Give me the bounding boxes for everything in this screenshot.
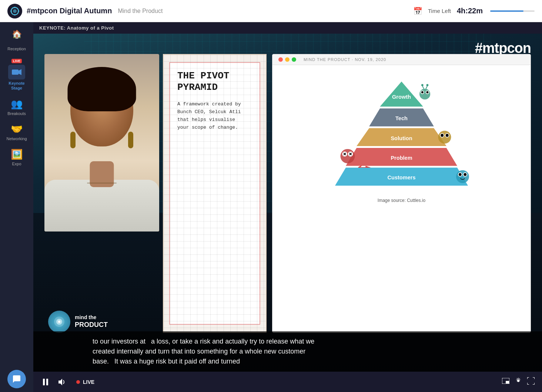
keynote-icon-wrap: LIVE — [8, 59, 25, 80]
svg-point-37 — [341, 149, 355, 163]
reception-label: Reception — [7, 47, 26, 51]
pause-button[interactable] — [41, 377, 51, 387]
traffic-lights — [278, 57, 296, 62]
time-left-label: Time Left — [428, 8, 451, 14]
app-logo — [7, 4, 22, 18]
svg-point-3 — [14, 14, 16, 16]
top-header: #mtpcon Digital Autumn Mind the Product … — [0, 0, 542, 22]
live-dot — [76, 380, 80, 384]
sidebar: 🏠 Reception LIVE KeynoteStage 👥 Breakout… — [0, 22, 33, 392]
brand-name: #mtpcon — [475, 41, 531, 55]
svg-point-15 — [421, 91, 424, 94]
main-layout: 🏠 Reception LIVE KeynoteStage 👥 Breakout… — [0, 22, 542, 392]
pyramid-svg: Growth — [280, 74, 523, 196]
volume-button[interactable] — [57, 377, 67, 387]
svg-point-18 — [421, 84, 424, 86]
svg-point-6 — [12, 8, 13, 9]
speaker-video — [44, 54, 159, 232]
svg-text:Problem: Problem — [391, 155, 412, 161]
sidebar-item-expo[interactable]: 🖼️ Expo — [0, 145, 33, 170]
svg-point-20 — [426, 84, 428, 86]
expo-icon: 🖼️ — [11, 149, 23, 160]
content-area: KEYNOTE: Anatomy of a Pivot #mtpcon DIGI… — [33, 22, 542, 392]
svg-text:Solution: Solution — [391, 135, 412, 141]
networking-icon: 🤝 — [11, 124, 23, 135]
breakouts-icon: 👥 — [11, 98, 23, 110]
svg-point-12 — [419, 89, 430, 99]
fullscreen-button[interactable] — [527, 377, 535, 386]
keynote-title-bar: KEYNOTE: Anatomy of a Pivot — [33, 22, 542, 34]
home-icon: 🏠 — [12, 30, 22, 39]
earring-right — [128, 132, 133, 148]
svg-point-5 — [18, 10, 19, 12]
time-left-value: 4h:22m — [457, 7, 483, 15]
mtp-logo-circle — [48, 311, 70, 333]
svg-line-19 — [426, 86, 428, 89]
svg-rect-54 — [43, 379, 45, 385]
sidebar-item-keynote[interactable]: LIVE KeynoteStage — [0, 55, 33, 94]
image-source: Image source: Cuttles.io — [378, 198, 425, 203]
chat-button[interactable] — [7, 370, 26, 388]
sidebar-item-networking[interactable]: 🤝 Networking — [0, 120, 33, 145]
earring-left — [70, 132, 76, 148]
svg-rect-58 — [506, 381, 509, 383]
maximize-dot — [292, 57, 296, 62]
keynote-label-text: KeynoteStage — [9, 81, 24, 91]
settings-button[interactable] — [515, 377, 522, 386]
networking-label: Networking — [6, 136, 27, 141]
sidebar-item-breakouts[interactable]: 👥 Breakouts — [0, 95, 33, 120]
necklace — [87, 183, 117, 183]
svg-point-49 — [459, 173, 462, 176]
shirt — [44, 180, 159, 232]
svg-text:Customers: Customers — [388, 175, 416, 180]
live-indicator: LIVE — [76, 379, 94, 385]
svg-point-25 — [438, 131, 451, 143]
svg-point-2 — [14, 7, 16, 8]
slide-header: MIND THE PRODUCT · NOV. 19, 2020 — [272, 54, 531, 65]
mtp-logo: mind the PRODUCT — [48, 311, 108, 333]
app-title: #mtpcon Digital Autumn — [27, 7, 112, 15]
live-text: LIVE — [83, 379, 94, 385]
sidebar-bottom — [7, 370, 26, 392]
pivot-pyramid-slide: THE PIVOTPYRAMID A framework created byB… — [163, 54, 267, 333]
close-dot — [278, 57, 283, 62]
expo-label: Expo — [12, 162, 21, 166]
pip-button[interactable] — [502, 378, 509, 386]
mtp-logo-text: mind the PRODUCT — [75, 314, 108, 330]
pyramid-diagram-slide: MIND THE PRODUCT · NOV. 19, 2020 Growth — [272, 54, 531, 333]
keynote-camera-icon — [8, 65, 25, 80]
video-controls: LIVE — [33, 372, 542, 392]
slide-container: THE PIVOTPYRAMID A framework created byB… — [163, 54, 531, 333]
pyramid-area: Growth — [272, 65, 531, 328]
svg-text:Growth: Growth — [392, 94, 411, 100]
header-right: 📅 Time Left 4h:22m — [412, 5, 535, 17]
subtitle-text: to our investors at a loss, or take a ri… — [93, 337, 468, 366]
svg-point-53 — [58, 321, 60, 323]
svg-rect-55 — [46, 379, 48, 385]
controls-right — [502, 377, 535, 386]
svg-marker-9 — [19, 69, 21, 75]
sidebar-item-reception[interactable]: Reception — [0, 43, 33, 55]
org-name: Mind the Product — [118, 8, 163, 14]
svg-point-50 — [464, 173, 466, 176]
svg-point-4 — [10, 10, 12, 12]
svg-text:Tech: Tech — [395, 115, 408, 121]
keynote-title: KEYNOTE: Anatomy of a Pivot — [39, 25, 114, 31]
slide-title: THE PIVOTPYRAMID — [177, 70, 252, 93]
svg-point-46 — [456, 170, 469, 183]
subtitles-bar: to our investors at a loss, or take a ri… — [33, 331, 542, 372]
time-progress-bar — [490, 10, 535, 12]
time-progress-fill — [490, 10, 523, 12]
svg-marker-56 — [58, 379, 62, 385]
slide-header-text: MIND THE PRODUCT · NOV. 19, 2020 — [304, 57, 386, 62]
sidebar-item-home[interactable]: 🏠 — [0, 26, 33, 43]
hair — [68, 67, 136, 111]
speaker-face — [44, 54, 159, 232]
slide-description: A framework created byBunch CEO, Selcuk … — [177, 101, 252, 131]
calendar-icon[interactable]: 📅 — [412, 5, 424, 17]
svg-point-1 — [13, 9, 17, 13]
live-badge: LIVE — [11, 59, 22, 63]
video-container[interactable]: #mtpcon DIGITAL — [33, 34, 542, 392]
svg-point-7 — [17, 8, 18, 9]
svg-rect-8 — [12, 70, 19, 75]
